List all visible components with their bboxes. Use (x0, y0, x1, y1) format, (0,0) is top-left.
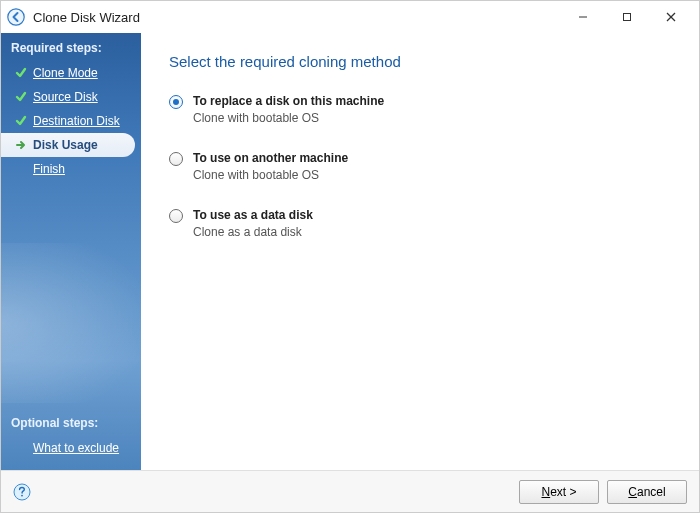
sidebar-step-destination-disk[interactable]: Destination Disk (1, 109, 141, 133)
footer: Next > Cancel (1, 470, 699, 512)
minimize-button[interactable] (561, 2, 605, 32)
close-button[interactable] (649, 2, 693, 32)
arrow-right-icon (15, 139, 27, 151)
sidebar: Required steps: Clone Mode Source Disk (1, 33, 141, 470)
window-title: Clone Disk Wizard (33, 10, 561, 25)
option-another-machine[interactable]: To use on another machine Clone with boo… (169, 151, 671, 182)
titlebar: Clone Disk Wizard (1, 1, 699, 33)
sidebar-step-list: Clone Mode Source Disk Destination Disk (1, 61, 141, 181)
sidebar-step-label: Disk Usage (33, 138, 98, 152)
sidebar-step-disk-usage: Disk Usage (1, 133, 135, 157)
sidebar-required-header: Required steps: (1, 33, 141, 61)
svg-rect-2 (624, 14, 631, 21)
option-data-disk[interactable]: To use as a data disk Clone as a data di… (169, 208, 671, 239)
cancel-button-label: Cancel (628, 485, 665, 499)
sidebar-step-label: Clone Mode (33, 66, 98, 80)
option-title: To use on another machine (193, 151, 348, 165)
checkmark-icon (15, 115, 27, 127)
option-text: To replace a disk on this machine Clone … (193, 94, 384, 125)
sidebar-optional-what-to-exclude[interactable]: What to exclude (1, 436, 141, 460)
option-title: To use as a data disk (193, 208, 313, 222)
main-panel: Select the required cloning method To re… (141, 33, 699, 470)
next-button[interactable]: Next > (519, 480, 599, 504)
sidebar-step-source-disk[interactable]: Source Disk (1, 85, 141, 109)
checkmark-icon (15, 67, 27, 79)
sidebar-optional-header: Optional steps: (1, 408, 141, 436)
page-title: Select the required cloning method (169, 53, 671, 70)
sidebar-optional-list: What to exclude (1, 436, 141, 460)
option-desc: Clone with bootable OS (193, 111, 384, 125)
sidebar-step-clone-mode[interactable]: Clone Mode (1, 61, 141, 85)
maximize-button[interactable] (605, 2, 649, 32)
radio-button[interactable] (169, 152, 183, 166)
help-icon[interactable] (13, 483, 31, 501)
svg-point-0 (8, 9, 24, 25)
cancel-button[interactable]: Cancel (607, 480, 687, 504)
next-button-label: Next > (541, 485, 576, 499)
svg-point-6 (21, 494, 23, 496)
radio-button[interactable] (169, 209, 183, 223)
option-text: To use on another machine Clone with boo… (193, 151, 348, 182)
radio-button[interactable] (169, 95, 183, 109)
option-desc: Clone as a data disk (193, 225, 313, 239)
sidebar-optional-label: What to exclude (33, 441, 119, 455)
option-title: To replace a disk on this machine (193, 94, 384, 108)
sidebar-step-label: Finish (33, 162, 65, 176)
back-icon[interactable] (7, 8, 25, 26)
sidebar-step-label: Source Disk (33, 90, 98, 104)
window-controls (561, 2, 693, 32)
sidebar-step-finish[interactable]: Finish (1, 157, 141, 181)
body: Required steps: Clone Mode Source Disk (1, 33, 699, 470)
window: { "titlebar": { "title": "Clone Disk Wiz… (0, 0, 700, 513)
checkmark-icon (15, 91, 27, 103)
option-replace-disk[interactable]: To replace a disk on this machine Clone … (169, 94, 671, 125)
option-text: To use as a data disk Clone as a data di… (193, 208, 313, 239)
sidebar-step-label: Destination Disk (33, 114, 120, 128)
option-desc: Clone with bootable OS (193, 168, 348, 182)
